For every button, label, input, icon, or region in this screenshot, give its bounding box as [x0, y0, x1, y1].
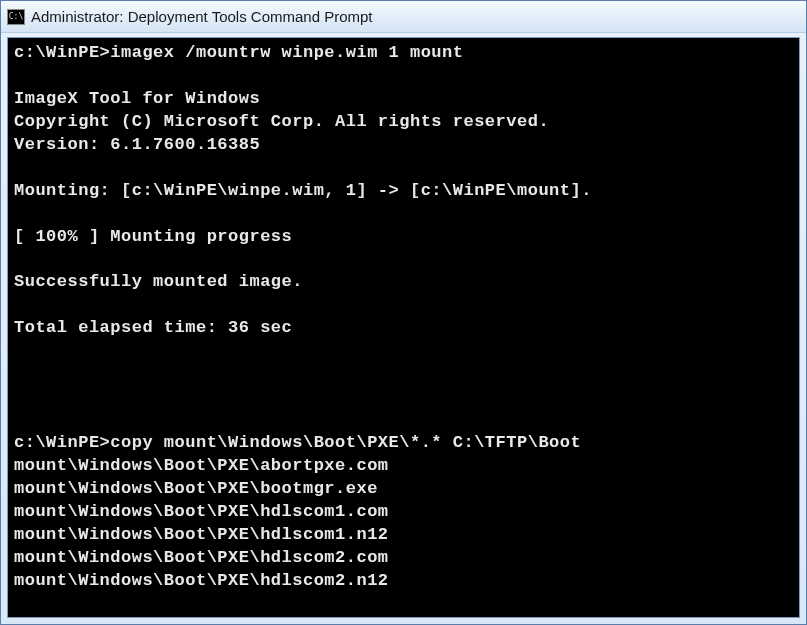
console-line: [14, 363, 793, 386]
console-line: Version: 6.1.7600.16385: [14, 134, 793, 157]
console-line: mount\Windows\Boot\PXE\bootmgr.exe: [14, 478, 793, 501]
console-line: [14, 65, 793, 88]
console-line: mount\Windows\Boot\PXE\hdlscom2.com: [14, 547, 793, 570]
console-line: [ 100% ] Mounting progress: [14, 226, 793, 249]
console-line: Copyright (C) Microsoft Corp. All rights…: [14, 111, 793, 134]
console-output[interactable]: c:\WinPE>imagex /mountrw winpe.wim 1 mou…: [7, 37, 800, 618]
console-line: ImageX Tool for Windows: [14, 88, 793, 111]
console-line: [14, 203, 793, 226]
console-line: [14, 294, 793, 317]
console-line: [14, 248, 793, 271]
console-line: c:\WinPE>copy mount\Windows\Boot\PXE\*.*…: [14, 432, 793, 455]
titlebar[interactable]: C:\ Administrator: Deployment Tools Comm…: [1, 1, 806, 33]
console-line: [14, 157, 793, 180]
console-line: Successfully mounted image.: [14, 271, 793, 294]
console-line: mount\Windows\Boot\PXE\hdlscom1.n12: [14, 524, 793, 547]
console-line: mount\Windows\Boot\PXE\hdlscom1.com: [14, 501, 793, 524]
console-line: Mounting: [c:\WinPE\winpe.wim, 1] -> [c:…: [14, 180, 793, 203]
cmd-icon-label: C:\: [9, 13, 23, 21]
console-line: [14, 340, 793, 363]
console-line: mount\Windows\Boot\PXE\abortpxe.com: [14, 455, 793, 478]
cmd-icon: C:\: [7, 9, 25, 25]
command-prompt-window: C:\ Administrator: Deployment Tools Comm…: [0, 0, 807, 625]
console-line: mount\Windows\Boot\PXE\hdlscom2.n12: [14, 570, 793, 593]
console-line: c:\WinPE>imagex /mountrw winpe.wim 1 mou…: [14, 42, 793, 65]
window-title: Administrator: Deployment Tools Command …: [31, 8, 373, 25]
console-line: [14, 386, 793, 409]
console-line: [14, 409, 793, 432]
console-line: Total elapsed time: 36 sec: [14, 317, 793, 340]
